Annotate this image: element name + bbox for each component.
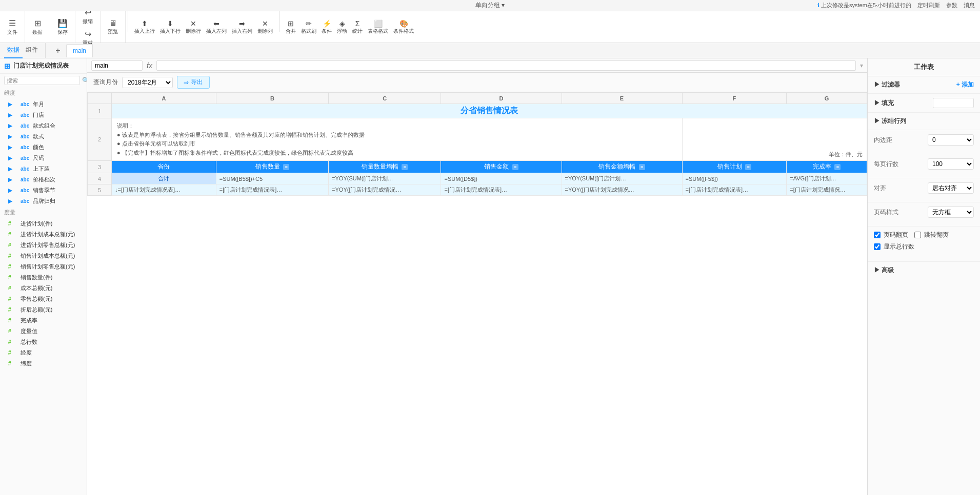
params-btn[interactable]: 参数 (946, 2, 957, 9)
dim-size[interactable]: ▶ abc 尺码 (0, 153, 87, 163)
field-search-input[interactable] (4, 76, 80, 85)
insert-row-above-btn[interactable]: ⬆插入上行 (132, 18, 157, 36)
rows-per-page-select[interactable]: 100 50 200 (928, 158, 974, 170)
file-btn[interactable]: ☰ 文件 (4, 17, 21, 37)
dim-year-month[interactable]: ▶ abc 年月 (0, 99, 87, 110)
col-header-F[interactable]: F (682, 93, 787, 104)
cell-data-F5[interactable]: =[门店计划完成情况表]… (682, 184, 787, 196)
insert-row-below-btn[interactable]: ⬇插入下行 (158, 18, 183, 36)
show-total-checkbox[interactable] (874, 243, 881, 250)
advanced-section-header[interactable]: ▶ 高级 (868, 262, 980, 279)
cell-data-D5[interactable]: =[门店计划完成情况表]… (441, 184, 562, 196)
jump-page-checkbox[interactable] (914, 232, 921, 238)
save-btn[interactable]: 💾 保存 (54, 17, 71, 37)
measure-cost-total[interactable]: # 成本总额(元) (0, 283, 87, 294)
cond-format-btn[interactable]: 🎨条件格式 (391, 18, 416, 36)
cell-formula-G4[interactable]: =AVG([门店计划… (787, 173, 867, 184)
merge-btn[interactable]: ⊞合并 (284, 18, 298, 36)
jump-page-checkbox-label[interactable]: 跳转翻页 (914, 231, 949, 239)
measure-purchase-plan-cost[interactable]: # 进货计划成本总额(元) (0, 229, 87, 240)
col-sales-qty-growth-header[interactable]: 销量数量增幅 ≡ (329, 161, 441, 173)
timer-btn[interactable]: 定时刷新 (917, 2, 940, 9)
cell-data-B5[interactable]: =[门店计划完成情况表]… (216, 184, 328, 196)
filter-icon[interactable]: ≡ (283, 164, 289, 170)
measure-purchase-plan-qty[interactable]: # 进货计划(件) (0, 218, 87, 229)
fill-section-header[interactable]: ▶ 填充 (868, 94, 980, 112)
float-btn[interactable]: ◈浮动 (335, 18, 349, 36)
page-footer-checkbox-label[interactable]: 页码翻页 (874, 231, 908, 239)
measure-sales-qty[interactable]: # 销售数量(件) (0, 272, 87, 283)
dim-price-level[interactable]: ▶ abc 价格档次 (0, 174, 87, 185)
cell-formula-E4[interactable]: =YOY(SUM([门店计划… (562, 173, 682, 184)
filter-icon[interactable]: ≡ (639, 164, 645, 170)
page-style-select[interactable]: 无方框 有方框 (928, 207, 974, 218)
fill-input[interactable] (933, 98, 974, 108)
col-header-B[interactable]: B (216, 93, 328, 104)
col-header-E[interactable]: E (562, 93, 682, 104)
col-header-D[interactable]: D (441, 93, 562, 104)
cell-data-A5[interactable]: ↓=[门店计划完成情况表]… (112, 184, 216, 196)
delete-row-btn[interactable]: ✕删除行 (184, 18, 203, 36)
col-completion-rate-header[interactable]: 完成率 ≡ (787, 161, 867, 173)
col-province-header[interactable]: 省份 (112, 161, 216, 173)
tab-data[interactable]: 数据 (4, 43, 23, 58)
insert-col-right-btn[interactable]: ➡插入右列 (230, 18, 254, 36)
col-sales-amount-header[interactable]: 销售金额 ≡ (441, 161, 562, 173)
filter-icon[interactable]: ≡ (745, 164, 751, 170)
padding-select[interactable]: 0 4 8 (928, 134, 974, 146)
cell-ref-input[interactable] (91, 60, 143, 71)
measure-latitude[interactable]: # 纬度 (0, 358, 87, 369)
cell-formula-B4[interactable]: =SUM([B5$])+C5 (216, 173, 328, 184)
condition-btn[interactable]: ⚡条件 (319, 18, 334, 36)
delete-col-btn[interactable]: ✕删除列 (255, 18, 275, 36)
filter-icon[interactable]: ≡ (512, 164, 518, 170)
dim-store[interactable]: ▶ abc 门店 (0, 110, 87, 120)
dim-style[interactable]: ▶ abc 款式 (0, 131, 87, 142)
filter-icon[interactable]: ≡ (834, 164, 841, 170)
cell-data-E5[interactable]: =YOY([门店计划完成情况… (562, 184, 682, 196)
measure-sales-plan-retail[interactable]: # 销售计划零售总额(元) (0, 261, 87, 272)
show-total-checkbox-label[interactable]: 显示总行数 (874, 242, 914, 251)
dim-style-combo[interactable]: ▶ abc 款式组合 (0, 120, 87, 131)
col-sales-qty-header[interactable]: 销售数量 ≡ (216, 161, 328, 173)
spreadsheet-container[interactable]: A B C D E F G 1 分省销售情况表 (87, 92, 867, 495)
measure-discounted-total[interactable]: # 折后总额(元) (0, 304, 87, 315)
add-filter-btn[interactable]: + 添加 (956, 80, 974, 89)
align-select[interactable]: 居右对齐 居左对齐 居中对齐 (928, 182, 974, 194)
col-sales-amount-growth-header[interactable]: 销售金额增幅 ≡ (562, 161, 682, 173)
cell-aggregate-label[interactable]: 合计 (112, 173, 216, 184)
measure-metric-value[interactable]: # 度量值 (0, 326, 87, 337)
cell-data-C5[interactable]: =YOY([门店计划完成情况… (329, 184, 441, 196)
dim-season[interactable]: ▶ abc 销售季节 (0, 185, 87, 196)
query-month-select[interactable]: 2018年2月 2018年1月 2017年12月 (122, 77, 173, 88)
measure-longitude[interactable]: # 经度 (0, 347, 87, 358)
cell-note[interactable]: 说明： ● 该表是单向浮动表，按省分组显示销售数量、销售金额及其对应的增幅和销售… (112, 118, 683, 161)
measure-purchase-plan-retail[interactable]: # 进货计划零售总额(元) (0, 240, 87, 251)
stats-btn[interactable]: Σ统计 (350, 18, 365, 36)
dim-brand[interactable]: ▶ abc 品牌归归 (0, 196, 87, 207)
measure-total-rows[interactable]: # 总行数 (0, 337, 87, 347)
tab-component[interactable]: 组件 (23, 43, 41, 58)
col-sales-plan-header[interactable]: 销售计划 ≡ (682, 161, 787, 173)
message-btn[interactable]: 消息 (964, 2, 975, 9)
measure-sales-plan-cost[interactable]: # 销售计划成本总额(元) (0, 251, 87, 261)
table-format-btn[interactable]: ⬜表格格式 (366, 18, 390, 36)
formula-input[interactable] (156, 60, 856, 71)
col-header-G[interactable]: G (787, 93, 867, 104)
col-header-C[interactable]: C (329, 93, 441, 104)
data-btn[interactable]: ⊞ 数据 (29, 17, 46, 37)
filter-section-header[interactable]: ▶ 过滤器 + 添加 (868, 76, 980, 93)
col-header-A[interactable]: A (112, 93, 216, 104)
cell-formula-F4[interactable]: =SUM([F5$]) (682, 173, 787, 184)
page-footer-checkbox[interactable] (874, 232, 881, 238)
cell-data-G5[interactable]: =[门店计划完成情况… (787, 184, 867, 196)
add-tab-btn[interactable]: + (52, 45, 64, 57)
dim-color[interactable]: ▶ abc 颜色 (0, 142, 87, 153)
insert-col-left-btn[interactable]: ⬅插入左列 (204, 18, 229, 36)
cell-formula-C4[interactable]: =YOY(SUM([门店计划… (329, 173, 441, 184)
dim-top-bottom[interactable]: ▶ abc 上下装 (0, 163, 87, 174)
preview-btn[interactable]: 🖥 预览 (105, 17, 121, 37)
format-painter-btn[interactable]: ✏格式刷 (299, 18, 318, 36)
measure-retail-total[interactable]: # 零售总额(元) (0, 294, 87, 304)
freeze-section-header[interactable]: ▶ 冻结行列 (868, 113, 980, 130)
